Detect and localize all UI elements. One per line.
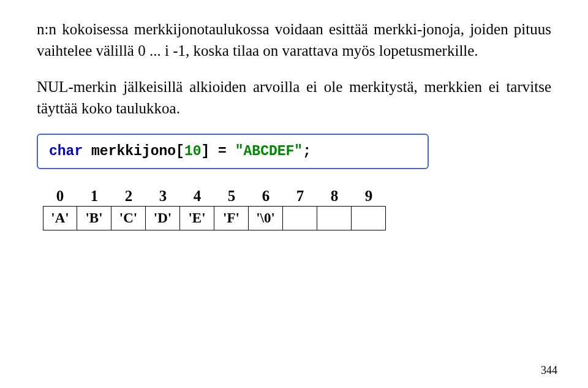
index-cell: 0: [43, 188, 77, 205]
code-dim: 10: [184, 143, 202, 159]
index-cell: 7: [283, 188, 317, 205]
code-bracket-close: ]: [201, 143, 209, 159]
array-cell: [317, 206, 352, 230]
index-cell: 3: [146, 188, 180, 205]
array-cell: [283, 206, 317, 230]
code-bracket-open: [: [176, 143, 184, 159]
code-type: char: [49, 143, 83, 159]
page-number: 344: [541, 364, 557, 377]
code-assign: =: [209, 143, 235, 159]
paragraph-1: n:n kokoisessa merkkijonotaulukossa void…: [37, 18, 551, 61]
array-cell: '\0': [249, 206, 283, 230]
index-cell: 4: [180, 188, 214, 205]
code-value: "ABCDEF": [235, 143, 303, 159]
array-cell: 'D': [146, 206, 180, 230]
index-cell: 9: [352, 188, 386, 205]
array-cell: 'C': [111, 206, 146, 230]
array-cell: 'E': [180, 206, 214, 230]
index-cell: 2: [111, 188, 146, 205]
array-cell: 'B': [77, 206, 111, 230]
index-cell: 5: [214, 188, 249, 205]
index-cell: 8: [317, 188, 352, 205]
array-cell: 'F': [214, 206, 249, 230]
para1-text-b: koska tilaa on varattava myös lopetusmer…: [193, 42, 478, 59]
array-table: 'A' 'B' 'C' 'D' 'E' 'F' '\0': [43, 206, 551, 230]
array-cell: 'A': [43, 206, 77, 230]
code-varname: merkkijono: [91, 143, 176, 159]
array-cell: [352, 206, 386, 230]
index-row: 0 1 2 3 4 5 6 7 8 9: [43, 188, 551, 205]
index-cell: 1: [77, 188, 111, 205]
index-cell: 6: [249, 188, 283, 205]
paragraph-2: NUL-merkin jälkeisillä alkioiden arvoill…: [37, 76, 551, 119]
code-semicolon: ;: [303, 143, 311, 159]
code-box: char merkkijono[10] = "ABCDEF";: [37, 134, 429, 169]
code-line: char merkkijono[10] = "ABCDEF";: [49, 143, 417, 159]
